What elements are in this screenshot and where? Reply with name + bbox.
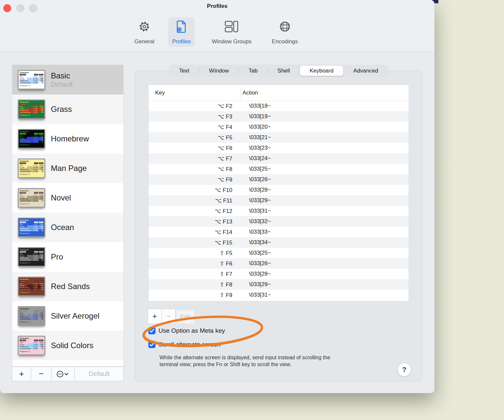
tab-text[interactable]: Text [169, 66, 199, 76]
settings-tabbar: TextWindowTabShellKeyboardAdvanced [169, 65, 388, 76]
toolbar-item-encodings[interactable]: Encodings [268, 17, 302, 47]
table-row[interactable]: ⌥ F13\033[32~ [149, 216, 409, 227]
profile-list-actions: + − Default [12, 367, 124, 381]
table-row[interactable]: ⌥ F8\033[25~ [149, 164, 409, 174]
key-cell: ⌥ F13 [149, 218, 232, 225]
action-cell: \033[31~ [232, 208, 271, 214]
key-cell: ⌥ F12 [149, 208, 232, 215]
set-default-button[interactable]: Default [75, 367, 124, 381]
terminal-preferences-window: Profiles General Profiles Window Groups … [0, 0, 434, 393]
table-row[interactable]: ⌥ F4\033[20~ [149, 122, 409, 132]
add-profile-button[interactable]: + [12, 367, 31, 381]
column-divider[interactable] [241, 88, 241, 98]
sidebar-item-man-page[interactable]: Terminal#COMMAND%CPURPRVTtop4.1%231KXcod… [12, 154, 123, 183]
key-cell: ⌥ F9 [149, 176, 232, 183]
toolbar-item-label: Window Groups [212, 38, 252, 45]
use-option-as-meta-checkbox[interactable] [148, 327, 156, 334]
checkmark-icon [150, 329, 154, 333]
scroll-alternate-screen-checkbox[interactable] [148, 341, 156, 348]
tab-tab[interactable]: Tab [239, 66, 267, 76]
toolbar-item-general[interactable]: General [131, 17, 158, 47]
key-cell: ⌥ F11 [149, 197, 232, 204]
sidebar-item-homebrew[interactable]: Terminal#COMMAND%CPURPRVTtop4.1%231KXcod… [12, 124, 123, 154]
profile-name: Grass [51, 105, 72, 114]
key-cell: ⌥ F6 [149, 145, 232, 152]
tab-advanced[interactable]: Advanced [344, 66, 388, 76]
table-row[interactable]: ⌥ F9\033[26~ [149, 174, 409, 185]
table-row[interactable]: ⇧ F8\033[29~ [149, 279, 409, 290]
table-row[interactable]: ⇧ F5\033[25~ [149, 248, 409, 258]
profile-thumbnail: Terminal#COMMAND%CPURPRVTtop4.1%231KXcod… [18, 99, 45, 119]
action-cell: \033[29~ [232, 281, 271, 288]
action-cell: \033[31~ [232, 292, 271, 298]
profile-thumbnail: Terminal#COMMAND%CPURPRVTtop4.1%231KXcod… [18, 336, 45, 355]
key-cell: ⌥ F10 [149, 187, 232, 194]
sidebar-item-novel[interactable]: Terminal#COMMAND%CPURPRVTtop4.1%231KXcod… [12, 183, 123, 213]
action-cell: \033[25~ [232, 166, 271, 172]
table-row[interactable]: ⇧ F9\033[31~ [149, 290, 409, 300]
table-row[interactable]: ⇧ F6\033[26~ [149, 258, 409, 269]
action-cell: \033[19~ [232, 113, 271, 120]
profile-name: Basic [51, 72, 73, 80]
sidebar-item-basic[interactable]: Terminal#COMMAND%CPURPRVTtop4.1%231KXcod… [12, 65, 123, 94]
key-cell: ⇧ F5 [149, 250, 232, 257]
action-cell: \033[29~ [232, 197, 271, 204]
profile-thumbnail: Terminal#COMMAND%CPURPRVTtop4.1%231KXcod… [18, 129, 45, 149]
profile-thumbnail: Terminal#COMMAND%CPURPRVTtop4.1%231KXcod… [18, 158, 45, 178]
key-cell: ⇧ F6 [149, 260, 232, 267]
table-row[interactable]: ⌥ F11\033[29~ [149, 195, 409, 206]
tab-window[interactable]: Window [199, 66, 239, 76]
profile-thumbnail: Terminal#COMMAND%CPURPRVTtop4.1%231KXcod… [18, 218, 45, 237]
toolbar-item-label: Encodings [272, 38, 298, 45]
profile-thumbnail: Terminal#COMMAND%CPURPRVTtop4.1%231KXcod… [18, 277, 45, 296]
key-cell: ⇧ F7 [149, 271, 232, 278]
action-cell: \033[21~ [232, 134, 271, 141]
profile-actions-menu-button[interactable] [52, 367, 75, 381]
table-body: ⌥ F2\033[18~⌥ F3\033[19~⌥ F4\033[20~⌥ F5… [149, 101, 409, 301]
sidebar-item-grass[interactable]: Terminal#COMMAND%CPURPRVTtop4.1%231KXcod… [12, 94, 123, 124]
ellipsis-circle-icon [56, 370, 70, 378]
sidebar-item-solid-colors[interactable]: Terminal#COMMAND%CPURPRVTtop4.1%231KXcod… [12, 331, 123, 360]
profile-name: Homebrew [51, 135, 89, 143]
key-cell: ⌥ F3 [149, 113, 232, 120]
gear-icon [138, 19, 151, 34]
tab-shell[interactable]: Shell [268, 66, 300, 76]
action-cell: \033[33~ [232, 229, 271, 235]
sidebar-item-red-sands[interactable]: Terminal#COMMAND%CPURPRVTtop4.1%231KXcod… [12, 272, 123, 301]
key-cell: ⌥ F2 [149, 103, 232, 110]
table-row[interactable]: ⌥ F15\033[34~ [149, 237, 409, 248]
profile-name: Solid Colors [51, 341, 93, 350]
column-header-action[interactable]: Action [234, 90, 258, 96]
table-row[interactable]: ⌥ F10\033[28~ [149, 185, 409, 195]
table-row[interactable]: ⌥ F5\033[21~ [149, 132, 409, 143]
profile-name: Red Sands [51, 282, 90, 291]
add-key-button[interactable]: + [148, 309, 162, 324]
profile-name: Novel [51, 194, 71, 202]
key-cell: ⌥ F4 [149, 124, 232, 131]
table-row[interactable]: ⌥ F3\033[19~ [149, 111, 409, 122]
toolbar-item-profiles[interactable]: Profiles [168, 17, 195, 47]
keyboard-shortcut-table: Key Action ⌥ F2\033[18~⌥ F3\033[19~⌥ F4\… [148, 85, 409, 301]
table-row[interactable]: ⇧ F7\033[28~ [149, 269, 409, 279]
toolbar-item-window-groups[interactable]: Window Groups [208, 17, 256, 47]
table-row[interactable]: ⌥ F12\033[31~ [149, 206, 409, 216]
table-row[interactable]: ⌥ F6\033[23~ [149, 143, 409, 153]
table-row[interactable]: ⌥ F7\033[24~ [149, 153, 409, 164]
remove-profile-button[interactable]: − [31, 367, 52, 381]
sidebar-item-pro[interactable]: Terminal#COMMAND%CPURPRVTtop4.1%231KXcod… [12, 242, 123, 272]
profile-name: Pro [51, 253, 63, 261]
sidebar-item-silver-aerogel[interactable]: Terminal#COMMAND%CPURPRVTtop4.1%231KXcod… [12, 301, 123, 331]
edit-key-button[interactable]: Edit [176, 310, 195, 324]
sidebar-item-ocean[interactable]: Terminal#COMMAND%CPURPRVTtop4.1%231KXcod… [12, 213, 123, 242]
table-row[interactable]: ⌥ F2\033[18~ [149, 101, 409, 111]
profile-name: Silver Aerogel [51, 312, 99, 320]
remove-key-button[interactable]: − [161, 309, 176, 324]
action-cell: \033[24~ [232, 155, 271, 162]
table-row[interactable]: ⌥ F14\033[33~ [149, 227, 409, 237]
help-button[interactable]: ? [398, 363, 411, 376]
column-header-key[interactable]: Key [149, 90, 234, 96]
key-cell: ⌥ F7 [149, 155, 232, 162]
tab-keyboard[interactable]: Keyboard [300, 66, 343, 76]
window-groups-icon [224, 19, 239, 34]
window-title: Profiles [0, 3, 434, 10]
